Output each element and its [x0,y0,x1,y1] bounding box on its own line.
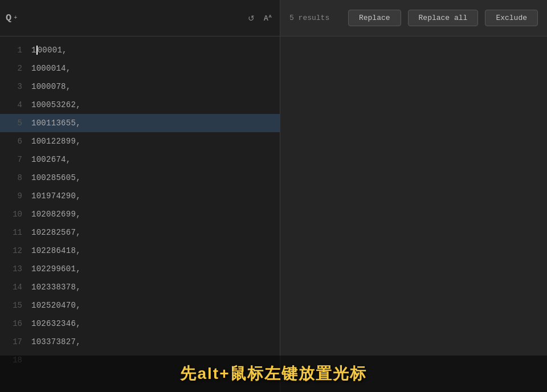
line-content: 102338378, [31,283,81,292]
line-content: 102286418, [31,246,81,255]
table-row[interactable]: 31000078, [0,77,280,96]
line-number: 17 [0,337,31,346]
table-row[interactable]: 15102520470, [0,296,280,315]
code-panel[interactable]: 1100001,21000014,31000078,4100053262,510… [0,36,280,392]
line-content: 102632346, [31,319,81,328]
line-content: 100122899, [31,137,81,146]
line-content: 1000078, [31,82,71,91]
results-label: 5 results [289,14,329,22]
table-row[interactable]: 12102286418, [0,242,280,260]
search-input[interactable] [22,14,240,23]
line-content: 100053262, [31,100,81,109]
case-sensitive-button[interactable]: AA [262,11,274,24]
table-row[interactable]: 17103373827, [0,333,280,351]
editor-area: 1100001,21000014,31000078,4100053262,510… [0,36,547,392]
table-row[interactable]: 14102338378, [0,278,280,296]
search-panel: Q + ↺ AA [0,0,280,36]
line-content: 102299601, [31,264,81,273]
line-content: 1000014, [31,64,71,73]
search-plus-icon: + [14,15,17,21]
line-number: 10 [0,210,31,219]
line-content: 1002674, [31,155,71,164]
table-row[interactable]: 13102299601, [0,260,280,278]
line-number: 3 [0,82,31,91]
table-row[interactable]: 71002674, [0,150,280,169]
line-content: 102082699, [31,210,81,219]
replace-button[interactable]: Replace [348,10,401,26]
table-row[interactable]: 10102082699, [0,205,280,223]
replace-all-button[interactable]: Replace all [408,10,479,26]
refresh-icon: ↺ [248,14,255,23]
table-row[interactable]: 8100285605, [0,169,280,187]
table-row[interactable]: 5100113655, [0,114,280,132]
subtitle-text: 先alt+鼠标左键放置光标 [180,363,366,385]
line-number: 16 [0,319,31,328]
line-number: 5 [0,119,31,128]
table-row[interactable]: 11102282567, [0,223,280,242]
line-content: 101974290, [31,191,81,201]
line-number: 8 [0,173,31,182]
table-row[interactable]: 9101974290, [0,187,280,205]
code-lines: 1100001,21000014,31000078,4100053262,510… [0,36,280,374]
line-content: 100113655, [31,119,81,128]
line-number: 2 [0,64,31,73]
right-panel [280,36,547,392]
replace-panel: 5 results Replace Replace all Exclude [280,0,547,36]
table-row[interactable]: 16102632346, [0,315,280,333]
line-content: 100285605, [31,173,81,182]
toolbar: Q + ↺ AA 5 results Replace Replace all E… [0,0,547,36]
line-number: 9 [0,191,31,201]
subtitle-bar: 先alt+鼠标左键放置光标 [0,356,547,392]
search-action-icons: ↺ AA [246,11,274,25]
line-content: 103373827, [31,337,81,346]
search-icon-wrap: Q + [6,13,17,23]
line-content: 102282567, [31,228,81,237]
line-number: 7 [0,155,31,164]
refresh-button[interactable]: ↺ [246,11,257,25]
line-number: 14 [0,283,31,292]
table-row[interactable]: 4100053262, [0,96,280,114]
line-number: 12 [0,246,31,255]
line-number: 11 [0,228,31,237]
line-content: 100001, [31,46,67,55]
search-icon: Q [6,13,11,23]
exclude-button[interactable]: Exclude [485,10,538,26]
line-number: 4 [0,100,31,109]
line-number: 15 [0,301,31,310]
case-icon: AA [264,14,272,22]
table-row[interactable]: 6100122899, [0,132,280,150]
line-number: 13 [0,264,31,273]
line-number: 1 [0,46,31,55]
table-row[interactable]: 1100001, [0,41,280,59]
table-row[interactable]: 21000014, [0,59,280,77]
line-content: 102520470, [31,301,81,310]
line-number: 6 [0,137,31,146]
